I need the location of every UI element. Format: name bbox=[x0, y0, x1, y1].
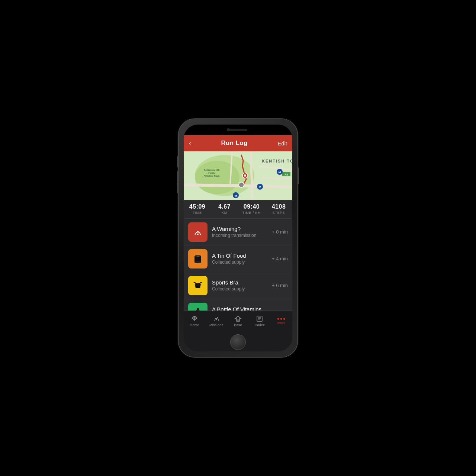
log-item-warning[interactable]: A Warning? Incoming transmission + 0 min bbox=[184, 219, 292, 245]
codex-tab-icon bbox=[255, 315, 264, 322]
svg-point-27 bbox=[194, 261, 201, 263]
svg-point-14 bbox=[239, 182, 244, 187]
log-title-vitamins: A Bottle Of Vitamins bbox=[212, 306, 269, 311]
stat-time-label: TIME bbox=[193, 211, 202, 215]
speaker-icon bbox=[229, 129, 247, 131]
svg-text:Fields: Fields bbox=[208, 172, 215, 174]
stat-pace-value: 09:40 bbox=[244, 203, 260, 210]
stat-km-label: KM bbox=[222, 211, 227, 215]
svg-text:Parliament Hill: Parliament Hill bbox=[204, 169, 219, 171]
log-title-warning: A Warning? bbox=[212, 226, 269, 232]
map-view[interactable]: A4 Parliament Hill Fields Athletics Trac… bbox=[184, 151, 292, 200]
svg-text:A4: A4 bbox=[285, 173, 288, 176]
svg-text:M: M bbox=[279, 171, 281, 174]
app-content: ‹ Run Log Edit bbox=[184, 135, 292, 331]
tab-base-label: Base bbox=[234, 323, 242, 327]
svg-point-37 bbox=[216, 318, 217, 319]
svg-rect-38 bbox=[237, 319, 239, 321]
log-title-tin: A Tin Of Food bbox=[212, 253, 269, 259]
svg-point-2 bbox=[195, 161, 239, 194]
tab-more-label: More bbox=[277, 321, 286, 325]
svg-text:M: M bbox=[259, 186, 261, 189]
svg-text:M: M bbox=[235, 194, 237, 197]
log-subtitle-bra: Collected supply bbox=[212, 286, 269, 292]
more-tab-icon bbox=[277, 318, 285, 320]
log-item-tin[interactable]: A Tin Of Food Collected supply + 4 min bbox=[184, 245, 292, 272]
log-item-bra[interactable]: Sports Bra Collected supply + 6 min bbox=[184, 272, 292, 299]
log-list: A Warning? Incoming transmission + 0 min bbox=[184, 219, 292, 311]
stat-time: 45:09 TIME bbox=[184, 203, 211, 215]
phone-screen: ‹ Run Log Edit bbox=[184, 125, 292, 351]
log-time-bra: + 6 min bbox=[272, 283, 288, 288]
stat-steps-label: STEPS bbox=[273, 211, 285, 215]
log-text-bra: Sports Bra Collected supply bbox=[212, 279, 269, 292]
home-tab-icon bbox=[190, 315, 199, 322]
tab-missions-label: Missions bbox=[209, 323, 223, 327]
tab-home-label: Home bbox=[190, 323, 199, 327]
header-bar: ‹ Run Log Edit bbox=[184, 135, 292, 151]
svg-point-24 bbox=[197, 234, 199, 235]
log-icon-bra bbox=[188, 276, 208, 295]
home-button[interactable] bbox=[230, 334, 246, 350]
log-icon-warning bbox=[188, 222, 208, 242]
svg-point-16 bbox=[244, 174, 246, 177]
svg-rect-29 bbox=[197, 255, 199, 257]
phone-notch bbox=[184, 125, 292, 135]
stat-steps-value: 4108 bbox=[272, 203, 286, 210]
stat-km: 4.67 KM bbox=[211, 203, 238, 215]
tab-codex[interactable]: Codex bbox=[249, 315, 270, 327]
tab-more[interactable]: More bbox=[271, 318, 292, 325]
log-item-vitamins[interactable]: A Bottle Of Vitamins Collected supply + … bbox=[184, 299, 292, 311]
stat-time-value: 45:09 bbox=[189, 203, 205, 210]
log-subtitle-warning: Incoming transmission bbox=[212, 233, 269, 238]
phone-device: ‹ Run Log Edit bbox=[178, 119, 298, 357]
tab-bar: Home Missions Base bbox=[184, 311, 292, 331]
back-button[interactable]: ‹ bbox=[189, 139, 191, 147]
missions-tab-icon bbox=[212, 315, 221, 322]
tab-home[interactable]: Home bbox=[184, 315, 205, 327]
log-icon-tin bbox=[188, 249, 208, 268]
log-icon-vitamins bbox=[188, 303, 208, 311]
tab-codex-label: Codex bbox=[255, 323, 265, 327]
log-title-bra: Sports Bra bbox=[212, 279, 269, 286]
tab-base[interactable]: Base bbox=[227, 315, 249, 327]
stat-km-value: 4.67 bbox=[218, 203, 231, 210]
tab-missions[interactable]: Missions bbox=[205, 315, 227, 327]
log-time-tin: + 4 min bbox=[272, 256, 288, 261]
log-time-warning: + 0 min bbox=[272, 229, 288, 235]
stats-row: 45:09 TIME 4.67 KM 09:40 TIME / KM 4108 … bbox=[184, 200, 292, 219]
svg-text:KENTISH TOWN: KENTISH TOWN bbox=[262, 159, 292, 163]
svg-rect-30 bbox=[197, 308, 199, 310]
log-text-vitamins: A Bottle Of Vitamins Collected supply bbox=[212, 306, 269, 311]
stat-pace-label: TIME / KM bbox=[242, 211, 261, 215]
svg-text:Athletics Track: Athletics Track bbox=[204, 175, 220, 177]
page-title: Run Log bbox=[221, 139, 248, 147]
stat-pace: 09:40 TIME / KM bbox=[238, 203, 265, 215]
camera-icon bbox=[227, 128, 230, 131]
base-tab-icon bbox=[234, 315, 242, 322]
stat-steps: 4108 STEPS bbox=[265, 203, 292, 215]
edit-button[interactable]: Edit bbox=[277, 140, 287, 147]
log-text-tin: A Tin Of Food Collected supply bbox=[212, 253, 269, 265]
log-subtitle-tin: Collected supply bbox=[212, 260, 269, 265]
log-text-warning: A Warning? Incoming transmission bbox=[212, 226, 269, 238]
